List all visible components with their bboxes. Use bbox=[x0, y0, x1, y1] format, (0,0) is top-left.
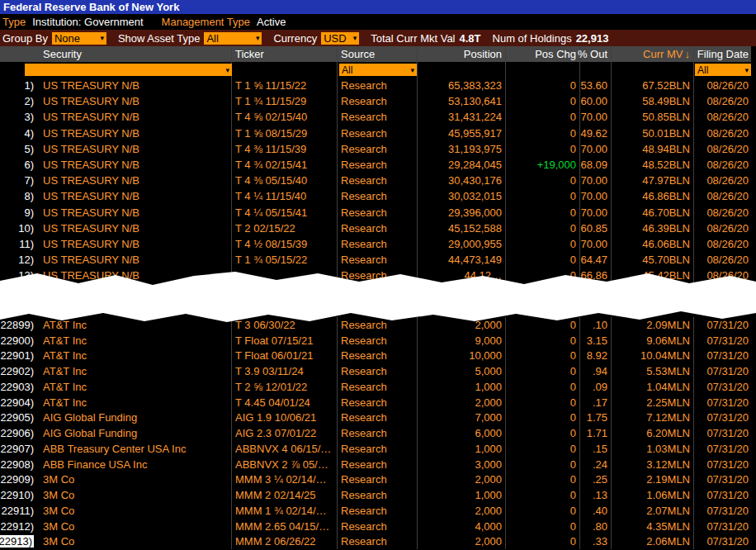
cell-pct-out: 68.09 bbox=[580, 157, 612, 173]
table-row[interactable]: 22910)3M CoMMM 2 02/14/25Research1,0000.… bbox=[0, 487, 751, 503]
table-row[interactable]: 2)US TREASURY N/BT 1 ¾ 11/15/29Research5… bbox=[0, 93, 751, 109]
cell-pos-chg: 0 bbox=[506, 173, 580, 188]
table-row[interactable]: 3)US TREASURY N/BT 4 ⅝ 02/15/40Research3… bbox=[0, 109, 751, 125]
cell-num: 22903) bbox=[0, 379, 38, 395]
source-filter-value: All bbox=[342, 64, 352, 76]
cell-ticker: T 4 ⅝ 02/15/40 bbox=[232, 109, 338, 125]
table-row[interactable]: 8)US TREASURY N/BT 4 ¼ 11/15/40Research3… bbox=[0, 188, 751, 204]
chevron-down-icon: ▾ bbox=[353, 34, 357, 42]
cell-pct-out: .80 bbox=[580, 519, 612, 534]
cell-ticker: T 2 ⅝ 12/01/22 bbox=[232, 379, 338, 395]
column-header-pos-chg[interactable]: Pos Chg bbox=[506, 46, 580, 62]
table-row[interactable]: 1)US TREASURY N/BT 1 ⅝ 11/15/22Research6… bbox=[0, 78, 751, 93]
cell-ticker: T 1 ¾ 11/15/29 bbox=[232, 93, 338, 109]
currency-dropdown[interactable]: USD▾ bbox=[321, 32, 359, 45]
table-row[interactable]: 22901)AT&T IncT Float 06/01/21Research10… bbox=[0, 348, 751, 364]
table-row[interactable]: 22908)ABB Finance USA IncABBNVX 2 ⅞ 05/…… bbox=[0, 457, 751, 472]
table-row[interactable]: 22906)AIG Global FundingAIG 2.3 07/01/22… bbox=[0, 425, 751, 441]
column-header-filing-date[interactable]: Filing Date bbox=[694, 46, 751, 62]
cell-position: 30,430,176 bbox=[418, 173, 506, 188]
num-holdings-value: 22,913 bbox=[576, 32, 609, 45]
chevron-down-icon: ▾ bbox=[410, 66, 414, 74]
cell-num: 6) bbox=[0, 157, 38, 173]
column-header-ticker[interactable]: Ticker bbox=[232, 46, 338, 62]
cell-curr-mv: 58.49BLN bbox=[612, 93, 694, 109]
cell-pct-out: .94 bbox=[580, 363, 612, 379]
table-row[interactable]: 22913)3M CoMMM 2 06/26/22Research2,0000.… bbox=[0, 534, 751, 550]
table-row[interactable]: 7)US TREASURY N/BT 4 ⅜ 05/15/40Research3… bbox=[0, 173, 751, 188]
cell-ticker: T 3.9 03/11/24 bbox=[232, 363, 338, 379]
chevron-down-icon: ▾ bbox=[744, 66, 749, 74]
cell-ticker: MMM 1 ¾ 02/14/… bbox=[232, 503, 338, 519]
cell-pct-out: .13 bbox=[580, 487, 612, 503]
curr-mv-label: Curr MV bbox=[643, 48, 683, 60]
cell-ticker: T Float 07/15/21 bbox=[232, 333, 338, 348]
table-row[interactable]: 22900)AT&T IncT Float 07/15/21Research9,… bbox=[0, 333, 751, 348]
cell-security: US TREASURY N/B bbox=[38, 78, 232, 93]
cell-ticker: MMM 3 ¼ 02/14/… bbox=[232, 472, 338, 488]
holdings-rows-bottom: 22899)AT&T IncT 3 06/30/22Research2,0000… bbox=[0, 317, 751, 549]
column-header-security[interactable]: Security bbox=[38, 46, 232, 62]
cell-curr-mv: 50.01BLN bbox=[612, 126, 694, 141]
cell-position: 2,000 bbox=[418, 472, 506, 488]
column-header-pct-out[interactable]: % Out bbox=[580, 46, 612, 62]
table-row[interactable]: 22903)AT&T IncT 2 ⅝ 12/01/22Research1,00… bbox=[0, 379, 751, 395]
cell-security: US TREASURY N/B bbox=[38, 109, 232, 125]
cell-num: 22902) bbox=[0, 363, 38, 379]
cell-num: 22901) bbox=[0, 348, 38, 364]
cell-filing-date: 08/26/20 bbox=[694, 109, 751, 125]
table-row[interactable]: 22911)3M CoMMM 1 ¾ 02/14/…Research2,0000… bbox=[0, 503, 751, 519]
table-row[interactable]: 5)US TREASURY N/BT 4 ⅜ 11/15/39Research3… bbox=[0, 141, 751, 157]
cell-security: 3M Co bbox=[38, 534, 232, 550]
cell-curr-mv: 1.06MLN bbox=[612, 487, 694, 503]
table-row[interactable]: 22905)AIG Global FundingAIG 1.9 10/06/21… bbox=[0, 410, 751, 426]
table-row[interactable]: 10)US TREASURY N/BT 2 02/15/22Research45… bbox=[0, 220, 751, 236]
cell-ticker: ABBNVX 2 ⅞ 05/… bbox=[232, 457, 338, 472]
table-row[interactable]: 22912)3M CoMMM 2.65 04/15/…Research4,000… bbox=[0, 519, 751, 534]
cell-ticker: MMM 2.65 04/15/… bbox=[232, 519, 338, 534]
source-filter-dropdown[interactable]: All▾ bbox=[339, 64, 417, 76]
asset-type-value: All bbox=[206, 32, 218, 45]
cell-ticker: ABBNVX 4 06/15/… bbox=[232, 441, 338, 457]
cell-curr-mv: 5.53MLN bbox=[612, 363, 694, 379]
table-row[interactable]: 9)US TREASURY N/BT 4 ¼ 05/15/41Research2… bbox=[0, 205, 751, 220]
table-row[interactable]: 22904)AT&T IncT 4.45 04/01/24Research2,0… bbox=[0, 395, 751, 410]
cell-position: 65,383,323 bbox=[418, 78, 506, 93]
table-row[interactable]: 4)US TREASURY N/BT 1 ⅝ 08/15/29Research4… bbox=[0, 126, 751, 141]
cell-pos-chg: 0 bbox=[506, 363, 580, 379]
cell-num: 22904) bbox=[0, 395, 38, 410]
cell-curr-mv: 67.52BLN bbox=[612, 78, 694, 93]
column-header-position[interactable]: Position bbox=[418, 46, 506, 62]
table-row[interactable]: 11)US TREASURY N/BT 4 ½ 08/15/39Research… bbox=[0, 236, 751, 252]
type-value: Institution: Government bbox=[32, 16, 143, 28]
group-by-dropdown[interactable]: None▾ bbox=[52, 32, 106, 45]
cell-pos-chg: 0 bbox=[506, 534, 580, 550]
num-holdings-label: Num of Holdings bbox=[493, 32, 572, 45]
cell-filing-date: 07/31/20 bbox=[694, 379, 751, 395]
table-row[interactable]: 22902)AT&T IncT 3.9 03/11/24Research5,00… bbox=[0, 363, 751, 379]
table-row[interactable]: 22909)3M CoMMM 3 ¼ 02/14/…Research2,0000… bbox=[0, 472, 751, 488]
cell-num: 8) bbox=[0, 188, 38, 204]
table-row[interactable]: 6)US TREASURY N/BT 4 ¾ 02/15/41Research2… bbox=[0, 157, 751, 173]
cell-pct-out: 1.71 bbox=[580, 425, 612, 441]
cell-pos-chg: 0 bbox=[506, 109, 580, 125]
holdings-rows-top: 1)US TREASURY N/BT 1 ⅝ 11/15/22Research6… bbox=[0, 78, 751, 283]
cell-num: 5) bbox=[0, 141, 38, 157]
column-header-curr-mv[interactable]: Curr MV↓ bbox=[612, 46, 694, 62]
cell-security: 3M Co bbox=[38, 503, 232, 519]
asset-type-dropdown[interactable]: All▾ bbox=[204, 32, 262, 45]
cell-source: Research bbox=[338, 441, 418, 457]
cell-filing-date: 07/31/20 bbox=[694, 519, 751, 534]
security-filter-input[interactable]: ▾ bbox=[25, 64, 232, 76]
table-row[interactable]: 22907)ABB Treasury Center USA IncABBNVX … bbox=[0, 441, 751, 457]
cell-pos-chg: 0 bbox=[506, 333, 580, 348]
cell-security: US TREASURY N/B bbox=[38, 157, 232, 173]
filing-date-filter-dropdown[interactable]: All▾ bbox=[695, 64, 751, 76]
cell-pct-out: 1.75 bbox=[580, 410, 612, 426]
cell-security: US TREASURY N/B bbox=[38, 188, 232, 204]
cell-source: Research bbox=[338, 126, 418, 141]
column-header-source[interactable]: Source bbox=[338, 46, 418, 62]
cell-source: Research bbox=[338, 410, 418, 426]
asset-type-label: Show Asset Type bbox=[118, 32, 201, 45]
cell-position: 45,955,917 bbox=[418, 126, 506, 141]
